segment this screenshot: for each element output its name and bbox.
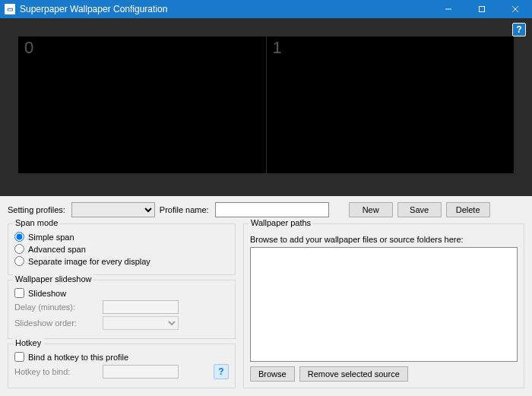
monitor-preview-area: ? 0 1 [0,18,532,196]
delay-input [103,300,179,314]
wallpaper-paths-group: Wallpaper paths Browse to add your wallp… [243,223,524,388]
remove-source-button[interactable]: Remove selected source [299,366,408,382]
order-select [103,316,179,330]
span-mode-group: Span mode Simple span Advanced span Sepa… [8,223,236,275]
help-icon[interactable]: ? [512,23,526,36]
slideshow-checkbox[interactable] [14,288,24,298]
monitor-0[interactable]: 0 [18,36,266,173]
maximize-button[interactable] [465,0,499,18]
group-title: Span mode [13,218,60,227]
separate-image-label: Separate image for every display [28,257,150,266]
app-icon: ▭ [5,4,15,14]
slideshow-label: Slideshow [28,289,66,298]
group-title: Wallpaper paths [249,218,313,227]
hotkey-enable-label: Bind a hotkey to this profile [28,353,128,362]
delete-button[interactable]: Delete [446,202,490,217]
simple-span-label: Simple span [28,233,74,242]
new-button[interactable]: New [349,202,393,217]
settings-panel: Setting profiles: Profile name: New Save… [0,196,532,396]
minimize-button[interactable] [432,0,465,18]
monitor-1[interactable]: 1 [267,36,515,173]
paths-listbox[interactable] [250,247,518,362]
profile-name-input[interactable] [215,202,329,217]
order-label: Slideshow order: [14,318,98,328]
separate-image-radio[interactable] [14,256,24,266]
save-button[interactable]: Save [397,202,442,217]
window-title: Superpaper Wallpaper Configuration [20,4,432,14]
hotkey-bind-label: Hotkey to bind: [14,367,98,376]
advanced-span-label: Advanced span [28,245,86,254]
delay-label: Delay (minutes): [14,303,98,312]
paths-hint: Browse to add your wallpaper files or so… [250,235,518,244]
hotkey-checkbox[interactable] [14,352,24,362]
setting-profiles-select[interactable] [71,202,155,217]
profile-name-label: Profile name: [160,205,209,214]
svg-rect-1 [480,7,485,12]
setting-profiles-label: Setting profiles: [8,205,65,214]
monitor-layout: 0 1 [18,36,514,173]
advanced-span-radio[interactable] [14,244,24,254]
close-window-button[interactable] [499,0,532,18]
monitor-index: 0 [24,38,33,58]
window-controls [432,0,532,18]
browse-button[interactable]: Browse [250,366,295,382]
hotkey-group: Hotkey Bind a hotkey to this profile Hot… [8,344,236,388]
group-title: Hotkey [13,338,43,347]
simple-span-radio[interactable] [14,232,24,242]
group-title: Wallpaper slideshow [13,274,93,284]
monitor-index: 1 [273,38,282,58]
hotkey-input [103,365,179,379]
titlebar: ▭ Superpaper Wallpaper Configuration [0,0,532,18]
hotkey-help-icon[interactable]: ? [214,364,229,379]
slideshow-group: Wallpaper slideshow Slideshow Delay (min… [8,280,236,339]
